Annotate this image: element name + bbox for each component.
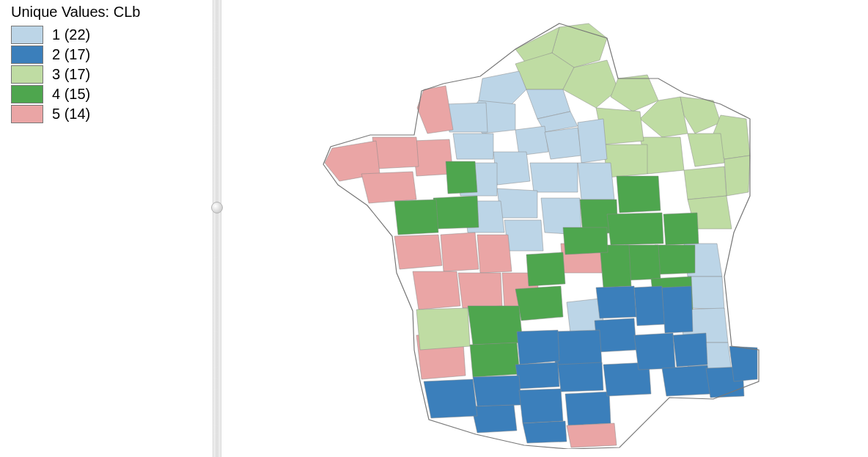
region-haute-loire[interactable] xyxy=(596,286,636,318)
region-charente[interactable] xyxy=(458,273,502,308)
region-haute-saone[interactable] xyxy=(684,167,727,200)
region-correze[interactable] xyxy=(515,286,563,321)
region-tarn[interactable] xyxy=(558,362,603,392)
region-aveyron[interactable] xyxy=(552,330,602,368)
region-pyrenees-orientales[interactable] xyxy=(567,423,617,447)
legend-swatch-4 xyxy=(11,85,43,103)
region-cotes-darmor[interactable] xyxy=(372,137,419,169)
legend-swatch-3 xyxy=(11,65,43,84)
region-orne[interactable] xyxy=(453,134,493,159)
region-essonne[interactable] xyxy=(545,128,581,159)
legend-title: Unique Values: CLb xyxy=(11,4,205,21)
legend-label-2: 2 (17) xyxy=(52,46,90,63)
region-cote-dor[interactable] xyxy=(617,176,661,213)
region-vosges[interactable] xyxy=(688,134,724,167)
region-drome[interactable] xyxy=(662,286,693,333)
region-vienne[interactable] xyxy=(477,235,512,273)
legend-label-4: 4 (15) xyxy=(52,86,90,103)
legend-swatch-1 xyxy=(11,26,43,44)
legend-label-5: 5 (14) xyxy=(52,106,90,123)
map-panel[interactable] xyxy=(221,0,868,457)
region-yvelines[interactable] xyxy=(515,126,548,156)
region-eure-et-loir[interactable] xyxy=(493,152,530,185)
region-seine-et-marne[interactable] xyxy=(578,119,607,163)
legend-label-3: 3 (17) xyxy=(52,66,90,83)
region-saone-et-loire[interactable] xyxy=(607,213,663,245)
region-loiret[interactable] xyxy=(530,163,578,192)
legend-items: 1 (22) 2 (17) 3 (17) 4 (15) 5 (14) xyxy=(11,25,205,124)
region-gironde[interactable] xyxy=(416,308,470,350)
legend-label-1: 1 (22) xyxy=(52,26,90,43)
legend-item-3[interactable]: 3 (17) xyxy=(11,65,205,84)
region-ain[interactable] xyxy=(655,245,695,274)
region-bouches-du-rhone[interactable] xyxy=(662,365,710,396)
region-haut-rhin[interactable] xyxy=(724,156,750,196)
region-loire-atlantique[interactable] xyxy=(394,200,438,235)
legend-item-4[interactable]: 4 (15) xyxy=(11,85,205,103)
region-hautes-pyrenees[interactable] xyxy=(471,405,517,433)
legend-panel: Unique Values: CLb 1 (22) 2 (17) 3 (17) … xyxy=(0,0,213,457)
region-indre[interactable] xyxy=(504,220,543,251)
legend-item-2[interactable]: 2 (17) xyxy=(11,45,205,64)
region-gers[interactable] xyxy=(473,376,521,406)
region-maine-et-loire[interactable] xyxy=(433,196,479,229)
legend-swatch-5 xyxy=(11,105,43,123)
region-yonne[interactable] xyxy=(578,163,614,200)
splitter-handle-icon xyxy=(211,202,223,213)
region-pyrenees-atl[interactable] xyxy=(424,379,477,418)
region-lot[interactable] xyxy=(517,330,559,365)
region-mayenne[interactable] xyxy=(446,161,477,194)
pane-splitter[interactable] xyxy=(213,0,221,457)
region-alpes-maritimes[interactable] xyxy=(729,346,757,381)
france-choropleth-map[interactable] xyxy=(273,9,816,449)
region-ariege[interactable] xyxy=(523,421,567,443)
legend-item-5[interactable]: 5 (14) xyxy=(11,105,205,123)
region-vendee[interactable] xyxy=(394,235,442,269)
region-allier[interactable] xyxy=(563,227,608,255)
region-deux-sevres[interactable] xyxy=(441,233,479,271)
region-charente-m[interactable] xyxy=(413,271,460,310)
region-jura[interactable] xyxy=(663,213,699,245)
region-creuse[interactable] xyxy=(526,252,565,286)
root: Unique Values: CLb 1 (22) 2 (17) 3 (17) … xyxy=(0,0,868,457)
region-loir-et-cher[interactable] xyxy=(497,189,537,218)
region-morbihan[interactable] xyxy=(361,172,416,203)
region-ardeche[interactable] xyxy=(634,286,665,326)
region-dordogne[interactable] xyxy=(468,306,523,345)
region-manche[interactable] xyxy=(417,86,453,134)
legend-swatch-2 xyxy=(11,45,43,64)
region-haute-garonne[interactable] xyxy=(519,389,563,423)
legend-item-1[interactable]: 1 (22) xyxy=(11,26,205,44)
region-lot-et-garonne[interactable] xyxy=(470,343,520,377)
region-ardennes[interactable] xyxy=(611,75,658,111)
region-gard[interactable] xyxy=(634,333,675,370)
region-tarn-et-g[interactable] xyxy=(515,362,559,389)
region-vaucluse[interactable] xyxy=(673,333,707,367)
region-savoy-s[interactable] xyxy=(688,277,724,310)
region-aude[interactable] xyxy=(565,392,611,425)
